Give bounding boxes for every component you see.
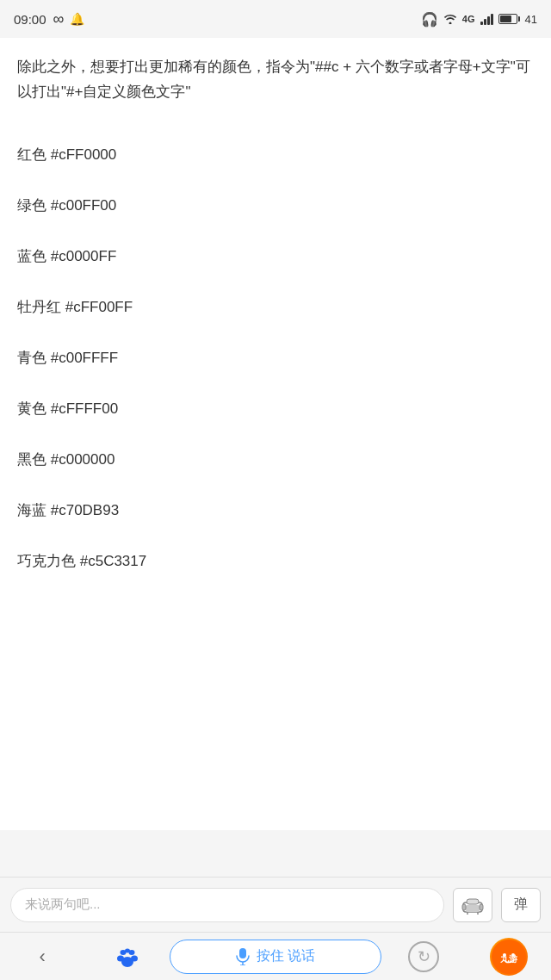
wifi-icon — [443, 12, 457, 27]
bottom-nav: ‹ 按住 说话 ↻ — [0, 932, 551, 980]
color-list: 红色 #cFF0000 绿色 #c00FF00 蓝色 #c0000FF 牡丹红 … — [17, 129, 534, 586]
svg-point-9 — [131, 955, 138, 961]
infinity-icon: ∞ — [53, 10, 64, 28]
svg-point-19 — [511, 953, 515, 957]
svg-rect-6 — [467, 899, 479, 904]
jiuyou-logo-icon: 九游 — [490, 938, 528, 976]
list-item: 蓝色 #c0000FF — [17, 231, 534, 282]
list-item: 巧克力色 #c5C3317 — [17, 536, 534, 586]
color-label: 蓝色 #c0000FF — [17, 248, 116, 264]
list-item: 牡丹红 #cFF00FF — [17, 282, 534, 332]
color-label: 绿色 #c00FF00 — [17, 197, 116, 214]
status-left: 09:00 ∞ 🔔 — [14, 10, 84, 28]
refresh-icon: ↻ — [408, 941, 439, 972]
color-label: 巧克力色 #c5C3317 — [17, 553, 146, 569]
jiuyou-button[interactable]: 九游 — [467, 933, 551, 980]
refresh-button[interactable]: ↻ — [381, 933, 466, 980]
color-label: 海蓝 #c70DB93 — [17, 502, 119, 518]
mic-label: 按住 说话 — [257, 947, 315, 965]
svg-rect-3 — [480, 904, 483, 910]
intro-text: 除此之外，想要打出更加稀有的颜色，指令为"##c + 六个数字或者字母+文字"可… — [17, 55, 534, 105]
signal-bars — [480, 13, 493, 25]
headphone-icon: 🎧 — [421, 11, 438, 28]
bullet-button[interactable]: 弹 — [501, 888, 541, 922]
svg-point-12 — [125, 948, 130, 952]
list-item: 黄色 #cFFFF00 — [17, 383, 534, 434]
back-arrow-icon: ‹ — [40, 946, 46, 968]
svg-rect-13 — [239, 948, 246, 958]
color-label: 青色 #c00FFFF — [17, 350, 118, 366]
color-label: 红色 #cFF0000 — [17, 146, 116, 163]
back-button[interactable]: ‹ — [0, 933, 84, 980]
svg-point-8 — [117, 955, 124, 961]
list-item: 红色 #cFF0000 — [17, 129, 534, 180]
svg-rect-1 — [466, 905, 480, 912]
list-item: 青色 #c00FFFF — [17, 332, 534, 383]
input-placeholder: 来说两句吧... — [25, 896, 101, 913]
svg-point-18 — [503, 953, 506, 957]
notification-icon: 🔔 — [70, 12, 84, 26]
sofa-button[interactable] — [453, 888, 492, 922]
mic-button[interactable]: 按住 说话 — [170, 933, 381, 980]
chat-input[interactable]: 来说两句吧... — [10, 888, 444, 922]
list-item: 绿色 #c00FF00 — [17, 180, 534, 231]
color-label: 黑色 #c000000 — [17, 451, 115, 468]
color-label: 黄色 #cFFFF00 — [17, 400, 118, 417]
hold-to-talk-button[interactable]: 按住 说话 — [170, 940, 381, 974]
status-right: 🎧 4G 41 — [421, 11, 537, 28]
battery-indicator — [498, 14, 520, 24]
content-area: 除此之外，想要打出更加稀有的颜色，指令为"##c + 六个数字或者字母+文字"可… — [0, 38, 551, 830]
status-bar: 09:00 ∞ 🔔 🎧 4G 41 — [0, 0, 551, 38]
battery-level: 41 — [525, 13, 537, 26]
status-time: 09:00 — [14, 12, 46, 27]
baidu-button[interactable] — [84, 933, 169, 980]
bullet-label: 弹 — [514, 896, 528, 914]
baidu-paw-icon — [112, 941, 143, 972]
color-label: 牡丹红 #cFF00FF — [17, 299, 133, 315]
list-item: 海蓝 #c70DB93 — [17, 485, 534, 536]
input-bar: 来说两句吧... 弹 — [0, 877, 551, 932]
svg-rect-2 — [462, 904, 466, 910]
list-item: 黑色 #c000000 — [17, 434, 534, 485]
4g-label: 4G — [462, 14, 475, 24]
